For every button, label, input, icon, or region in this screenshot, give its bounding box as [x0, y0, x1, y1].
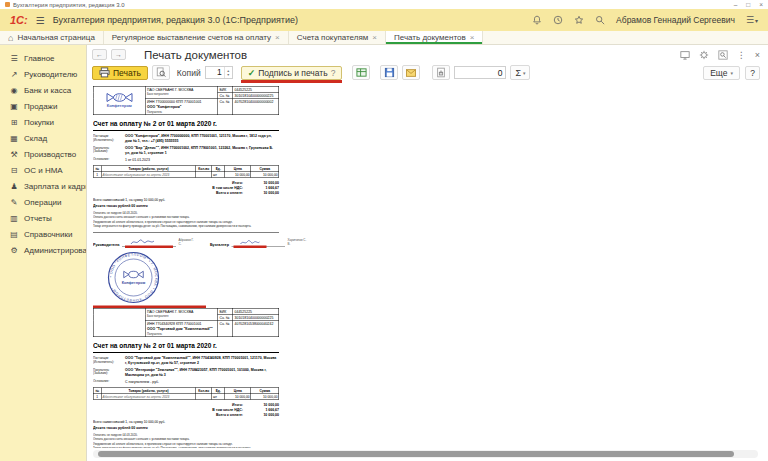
back-button[interactable]: ←: [92, 49, 107, 60]
spin-down-icon[interactable]: ▾: [227, 73, 229, 77]
minimize-button[interactable]: –: [734, 1, 738, 8]
kebab-menu-icon[interactable]: ⋮: [737, 50, 746, 60]
sidebar-item-reports[interactable]: ▥Отчеты: [0, 210, 86, 226]
sidebar-item-purchases[interactable]: ⊞Покупки: [0, 114, 86, 130]
totals-block: Итого:10 000,00 В том числе НДС:1 666,67…: [93, 180, 279, 195]
sidebar-item-main[interactable]: ☰Главное: [0, 50, 86, 66]
bank-requisites-table: Конфетпром ПАО СБЕРБАНК Г. МОСКВА Банк п…: [93, 86, 279, 115]
main-menu-icon[interactable]: ☰: [36, 15, 45, 26]
supplier-label: Поставщик (Исполнитель):: [93, 134, 125, 143]
candy-logo-icon: [103, 92, 135, 103]
scrollbar-thumb[interactable]: [98, 451, 734, 457]
sidebar-item-warehouse[interactable]: ▦Склад: [0, 130, 86, 146]
sidebar-item-payroll-hr[interactable]: ♟Зарплата и кадры: [0, 178, 86, 194]
search-icon[interactable]: [595, 15, 605, 25]
printer-icon: [99, 67, 110, 78]
basis-label: Основание:: [93, 380, 125, 384]
amount-in-words: Десять тысяч рублей 00 копеек: [93, 425, 279, 430]
person-icon: ♟: [9, 182, 19, 191]
sign-help-link[interactable]: ?: [331, 68, 336, 78]
tab-home[interactable]: ⌂ Начальная страница: [0, 31, 104, 44]
stamp-company-name: Конфетпром: [122, 281, 146, 285]
sidebar-item-fixed-assets[interactable]: ⊟ОС и НМА: [0, 162, 86, 178]
invoice-document-1: Конфетпром ПАО СБЕРБАНК Г. МОСКВА Банк п…: [93, 86, 768, 308]
basis-value: С покупателем - руб.: [125, 380, 159, 384]
sidebar-item-bank-cash[interactable]: ◉Банк и касса: [0, 82, 86, 98]
tab-close-icon[interactable]: ×: [275, 33, 280, 42]
pages-count-field[interactable]: 0: [454, 66, 506, 79]
save-button[interactable]: [380, 65, 398, 80]
nav-sidebar: ☰Главное ↗Руководителю ◉Банк и касса ▣Пр…: [0, 45, 86, 461]
copies-value[interactable]: 1: [206, 67, 224, 78]
bank-requisites-table: ПАО СБЕРБАНК Г. МОСКВА Банк получателя Б…: [93, 308, 279, 337]
items-summary: Всего наименований 1, на сумму 10 000,00…: [93, 420, 279, 424]
preview-button[interactable]: [152, 65, 170, 80]
sidebar-item-sales[interactable]: ▣Продажи: [0, 98, 86, 114]
tab-customer-invoices[interactable]: Счета покупателям ×: [289, 31, 386, 44]
find-icon[interactable]: [718, 50, 728, 60]
tab-close-icon[interactable]: ×: [470, 33, 475, 42]
tab-close-icon[interactable]: ×: [372, 33, 377, 42]
table-row: 1 Абонентское обслуживание за апрель 202…: [93, 394, 279, 400]
buyer-label: Покупатель (Заказчик):: [93, 146, 125, 155]
recipient-cell: ИНН 7700000000 КПП 770001001 ООО "Конфет…: [145, 98, 218, 114]
open-in-window-icon[interactable]: [680, 50, 690, 60]
buyer-label: Покупатель (Заказчик):: [93, 368, 125, 377]
help-button[interactable]: ?: [745, 66, 760, 80]
director-signature-line: [122, 240, 176, 247]
cart-icon: ⊞: [9, 118, 19, 127]
director-name: Абрамов Г. С.: [178, 238, 195, 246]
invoice-document-2: ПАО СБЕРБАНК Г. МОСКВА Банк получателя Б…: [93, 308, 768, 448]
gear-icon: ⚙: [9, 246, 19, 255]
accountant-label: Бухгалтер: [210, 242, 229, 247]
notifications-bell-icon[interactable]: [532, 15, 542, 25]
chevron-down-icon: ▾: [730, 70, 733, 76]
copies-stepper[interactable]: 1 ▴ ▾: [205, 66, 233, 79]
bank-name-cell: ПАО СБЕРБАНК Г. МОСКВА Банк получателя: [145, 86, 218, 98]
protect-document-button[interactable]: [432, 65, 450, 80]
copies-label: Копий: [177, 68, 201, 78]
menu-icon: ☰: [9, 54, 19, 63]
favorites-star-icon[interactable]: [574, 15, 584, 25]
operations-icon: ✎: [9, 198, 19, 207]
print-button[interactable]: Печать: [92, 66, 148, 80]
company-stamp: • ООО "КОНФЕТПРОМ" • Г. МОСКВА • ООО "КО…: [107, 251, 160, 304]
send-email-button[interactable]: [402, 65, 420, 80]
amount-in-words: Десять тысяч рублей 00 копеек: [93, 203, 279, 208]
home-icon: ⌂: [8, 33, 13, 43]
autosum-button[interactable]: Σ ▾: [510, 65, 530, 80]
settings-gear-icon[interactable]: [699, 50, 709, 60]
horizontal-scrollbar[interactable]: [93, 450, 758, 458]
table-row: 1 Абонентское обслуживание за апрель 202…: [93, 172, 279, 178]
tab-regular-invoicing[interactable]: Регулярное выставление счетов на оплату …: [104, 31, 289, 44]
sidebar-item-administration[interactable]: ⚙Администрирование: [0, 242, 86, 258]
tab-bar: ⌂ Начальная страница Регулярное выставле…: [0, 31, 768, 45]
user-menu-icon[interactable]: ☰▾: [746, 15, 758, 25]
buyer-value: ООО "Бар "Денис"", ИНН 7700001002, КПП 7…: [125, 146, 279, 155]
print-documents-panel: ← → Печать документов ⋮ × Печать: [86, 45, 768, 461]
production-icon: ⚒: [9, 150, 19, 159]
assets-icon: ⊟: [9, 166, 19, 175]
tab-print-documents[interactable]: Печать документов ×: [386, 31, 483, 44]
sign-and-stamp-checkbox[interactable]: ✓ Подпись и печать ?: [241, 66, 343, 80]
sidebar-item-operations[interactable]: ✎Операции: [0, 194, 86, 210]
current-user[interactable]: Абрамов Геннадий Сергеевич: [616, 15, 735, 25]
more-button[interactable]: Еще ▾: [703, 66, 740, 80]
magnifier-page-icon: [156, 67, 166, 78]
tutorial-highlight: [125, 245, 173, 248]
sidebar-item-production[interactable]: ⚒Производство: [0, 146, 86, 162]
history-icon[interactable]: [553, 15, 563, 25]
open-in-editor-button[interactable]: [352, 65, 370, 80]
director-label: Руководитель: [93, 242, 120, 247]
sidebar-item-directories[interactable]: ▤Справочники: [0, 226, 86, 242]
close-form-icon[interactable]: ×: [755, 50, 760, 60]
basis-label: Основание:: [93, 158, 125, 162]
print-preview-area[interactable]: Конфетпром ПАО СБЕРБАНК Г. МОСКВА Банк п…: [87, 82, 768, 448]
forward-button[interactable]: →: [111, 49, 126, 60]
maximize-button[interactable]: □: [746, 1, 750, 8]
payment-notes: Оплатить не позднее 04.03.2020. Оплата д…: [93, 211, 279, 228]
floppy-icon: [384, 67, 395, 78]
payment-notes: Оплатить не позднее 04.03.2020. Оплата д…: [93, 433, 279, 448]
close-button[interactable]: ×: [759, 1, 763, 8]
sidebar-item-manager[interactable]: ↗Руководителю: [0, 66, 86, 82]
